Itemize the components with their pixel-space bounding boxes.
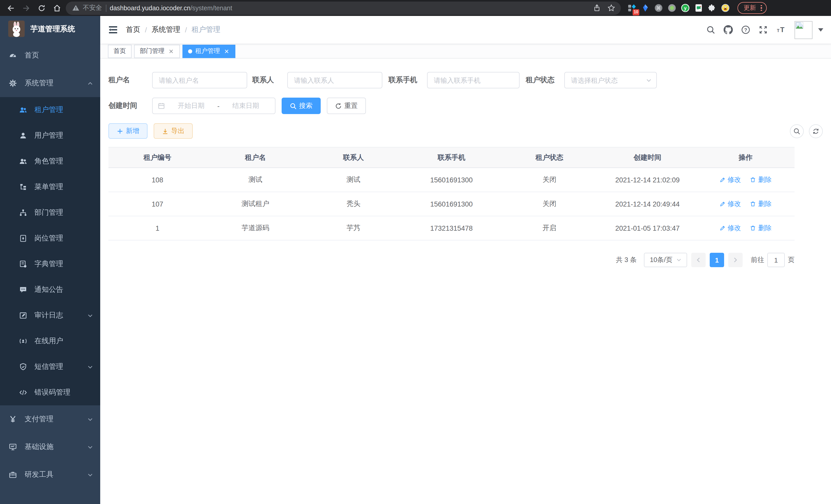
delete-link[interactable]: 删除 [750,175,772,184]
help-button[interactable]: ? [738,22,753,37]
sidebar-item-pay[interactable]: 支付管理 [0,405,100,433]
infra-monitor-icon [9,443,17,451]
profile-avatar[interactable] [719,2,731,14]
next-page-button[interactable] [728,253,743,267]
trash-icon [750,177,756,183]
sidebar-item-tenant[interactable]: 租户管理 [0,97,100,123]
extension-chat[interactable] [693,2,705,14]
user-avatar[interactable] [795,21,812,39]
svg-text:T: T [777,28,780,33]
close-icon[interactable] [223,48,230,55]
active-dot [188,49,192,53]
add-button[interactable]: 新增 [109,123,147,139]
sidebar-item-audit[interactable]: 审计日志 [0,303,100,328]
edit-link[interactable]: 修改 [719,175,741,184]
col-mobile: 联系手机 [402,147,500,168]
forward-button[interactable] [20,1,33,14]
status-select-input[interactable] [564,72,657,88]
chevron-down-icon [87,444,93,450]
post-badge-icon [19,234,27,242]
role-users-icon [19,157,27,166]
sidebar-item-dept[interactable]: 部门管理 [0,200,100,226]
page-size-select[interactable]: 10条/页 [644,253,687,267]
tab-dept[interactable]: 部门管理 [134,45,180,58]
sidebar-item-role[interactable]: 角色管理 [0,148,100,174]
delete-link[interactable]: 删除 [750,224,772,233]
extension-y-green[interactable]: y [679,2,691,14]
delete-link[interactable]: 删除 [750,199,772,209]
tenant-users-icon [19,106,27,114]
extension-tampermonkey[interactable]: 10 [626,2,638,14]
edit-link[interactable]: 修改 [719,199,741,209]
edit-link[interactable]: 修改 [719,224,741,233]
sidebar-fold-icon[interactable] [108,25,118,35]
sidebar-item-dict[interactable]: 字典管理 [0,251,100,277]
sidebar-item-errorcode[interactable]: 错误码管理 [0,380,100,405]
share-button[interactable] [590,1,603,14]
url-text[interactable]: dashboard.yudao.iocoder.cn/system/tenant [110,4,586,11]
prev-page-button[interactable] [691,253,706,267]
tenant-name-input[interactable] [152,72,247,88]
status-value: 开启 [500,216,598,240]
breadcrumb-home[interactable]: 首页 [126,25,140,34]
font-size-button[interactable]: TT [773,22,789,37]
header-actions: ? TT [703,21,823,39]
download-icon [162,128,169,135]
col-created: 创建时间 [598,147,696,168]
pagination: 共 3 条 10条/页 1 前往 页 [109,253,795,267]
logo[interactable]: 芋道管理系统 [0,16,100,41]
close-icon[interactable] [168,48,174,55]
reset-button[interactable]: 重置 [327,98,366,114]
sidebar-item-notice[interactable]: 通知公告 [0,277,100,303]
hide-search-button[interactable] [790,124,804,138]
refresh-table-button[interactable] [809,124,823,138]
sidebar-submenu-system: 租户管理 用户管理 角色管理 菜单管理 部门管理 [0,97,100,405]
bookmark-button[interactable] [604,1,618,14]
trash-icon [750,225,756,231]
extensions-puzzle[interactable] [706,2,718,14]
search-icon [290,102,296,109]
extension-kite[interactable] [639,2,651,14]
sidebar-item-infra[interactable]: 基础设施 [0,433,100,461]
caret-down-icon[interactable] [818,28,823,32]
share-icon [593,4,601,12]
chrome-update-button[interactable]: 更新 [738,2,767,14]
sidebar-item-menu[interactable]: 菜单管理 [0,174,100,200]
goto-page-input[interactable] [767,253,785,267]
browser-menu-icon[interactable] [761,5,762,11]
sidebar-item-post[interactable]: 岗位管理 [0,226,100,251]
chevron-left-icon [696,258,701,263]
col-contact: 联系人 [305,147,402,168]
reload-button[interactable] [35,1,48,14]
extension-recorder[interactable] [666,2,678,14]
export-button[interactable]: 导出 [154,123,193,139]
sidebar-item-user[interactable]: 用户管理 [0,123,100,148]
table-header-row: 租户编号 租户名 联系人 联系手机 租户状态 创建时间 操作 [109,147,795,168]
fullscreen-button[interactable] [755,22,771,37]
address-bar[interactable]: 不安全 dashboard.yudao.iocoder.cn/system/te… [66,1,621,14]
sidebar-item-home[interactable]: 首页 [0,41,100,69]
github-button[interactable] [720,22,736,37]
home-button[interactable] [50,1,64,14]
extension-badge: 10 [633,9,639,16]
sidebar-item-online[interactable]: 在线用户 [0,328,100,354]
breadcrumb-system[interactable]: 系统管理 [152,25,180,34]
col-tenant-name: 租户名 [206,147,304,168]
sidebar-item-system[interactable]: 系统管理 [0,69,100,97]
site-security-chip[interactable]: 不安全 [72,4,102,12]
star-icon [607,4,615,12]
app-title: 芋道管理系统 [30,24,75,34]
header-search-button[interactable] [703,22,718,37]
back-button[interactable] [4,1,18,14]
current-page[interactable]: 1 [710,253,724,267]
mobile-input[interactable] [427,72,520,88]
contact-input[interactable] [287,72,382,88]
search-button[interactable]: 搜索 [282,98,321,114]
tab-home[interactable]: 首页 [108,45,132,58]
sidebar-item-devtool[interactable]: 研发工具 [0,461,100,488]
extension-command[interactable]: ⌘ [653,2,664,14]
create-time-range-picker[interactable]: 开始日期 - 结束日期 [152,98,276,114]
status-select[interactable] [564,72,657,88]
sidebar-item-sms[interactable]: 短信管理 [0,354,100,380]
tab-tenant[interactable]: 租户管理 [182,45,235,58]
